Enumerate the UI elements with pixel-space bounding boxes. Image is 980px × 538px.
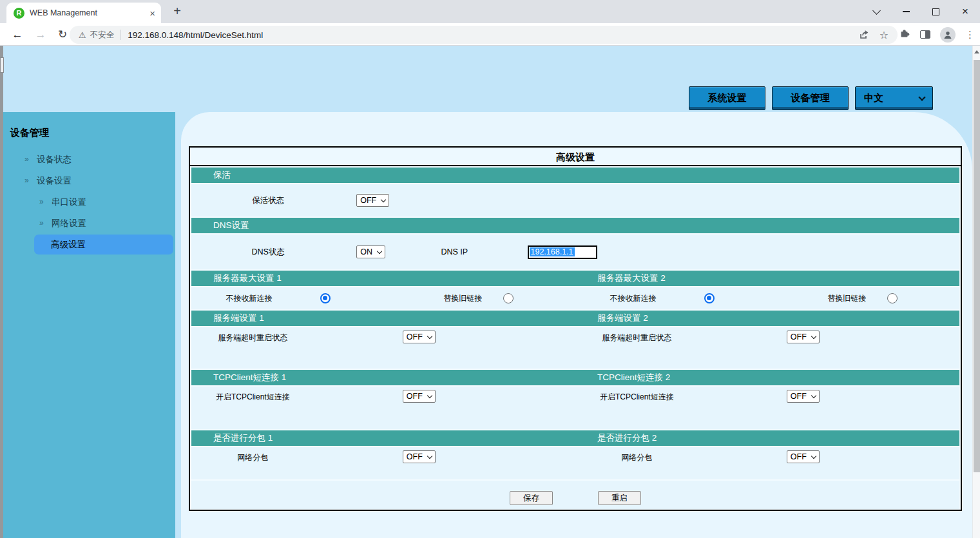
server1-timeout-select[interactable]: OFF	[403, 331, 436, 343]
keepalive-row: 保活状态 OFF	[191, 184, 959, 216]
replace-old-label: 替换旧链接	[809, 293, 885, 304]
server-max-row: 不接收新连接 替换旧链接 不接收新连接 替换旧链接	[191, 287, 959, 309]
item-arrow-icon: »	[39, 213, 44, 234]
browser-tab[interactable]: R WEB Management ×	[6, 3, 161, 23]
page-scrollbar[interactable]	[972, 46, 980, 538]
replace-old-label: 替换旧链接	[425, 293, 501, 304]
dns-status-select[interactable]: ON	[356, 245, 385, 258]
web-content: 系统设置 设备管理 中文 设备管理 » 设备状态 » 设备设置 » 串口设置 »…	[0, 46, 972, 538]
site-favicon-icon: R	[14, 8, 24, 19]
chevron-down-icon	[811, 333, 816, 338]
section-packet: 是否进行分包 1 是否进行分包 2	[191, 430, 959, 446]
dns-status-label: DNS状态	[191, 247, 345, 258]
chevron-down-icon	[381, 197, 386, 202]
system-settings-button[interactable]: 系统设置	[689, 86, 765, 110]
chevron-down-icon	[427, 453, 432, 458]
tcpclient-enable-label: 开启TCPClient短连接	[575, 390, 698, 403]
chevron-down-icon	[918, 93, 925, 101]
scrollbar-thumb[interactable]	[974, 60, 980, 472]
section-keepalive: 保活	[191, 168, 959, 183]
keepalive-status-label: 保活状态	[191, 195, 345, 206]
packet1-select[interactable]: OFF	[403, 450, 436, 463]
tab-search-icon[interactable]	[861, 0, 891, 23]
chevron-down-icon	[377, 248, 382, 253]
browser-menu-icon[interactable]: ⋮	[965, 29, 975, 41]
reload-icon[interactable]: ↻	[54, 26, 71, 43]
item-arrow-icon: »	[24, 170, 29, 191]
url-divider	[120, 30, 121, 40]
tab-close-icon[interactable]: ×	[144, 8, 161, 19]
window-maximize-button[interactable]	[921, 0, 950, 23]
chevron-down-icon	[427, 392, 432, 398]
window-close-button[interactable]: ×	[950, 0, 980, 23]
server1-replace-old-radio[interactable]	[503, 293, 514, 303]
section-tcpclient: TCPClient短连接 1 TCPClient短连接 2	[191, 370, 959, 385]
back-icon[interactable]: ←	[9, 26, 26, 43]
footer-actions: 保存 重启	[191, 481, 959, 509]
sidebar-item-serial-settings[interactable]: » 串口设置	[3, 191, 175, 213]
tcpclient-enable-label: 开启TCPClient短连接	[191, 390, 314, 403]
language-select[interactable]: 中文	[855, 86, 933, 110]
not-secure-warning-icon: ⚠	[79, 30, 86, 40]
dns-row: DNS状态 ON DNS IP 192.168.1.1	[191, 235, 959, 269]
save-button[interactable]: 保存	[510, 491, 553, 505]
reject-new-label: 不接收新连接	[191, 293, 307, 304]
sidebar-item-advanced-settings[interactable]: 高级设置	[34, 235, 173, 255]
scroll-up-icon[interactable]	[974, 50, 979, 53]
sidebar-item-network-settings[interactable]: » 网络设置	[3, 213, 175, 234]
reboot-button[interactable]: 重启	[598, 491, 641, 505]
side-panel-icon[interactable]	[920, 30, 930, 39]
bookmark-star-icon[interactable]: ☆	[879, 29, 889, 41]
dns-ip-label: DNS IP	[405, 247, 504, 256]
section-server-max: 服务器最大设置 1 服务器最大设置 2	[191, 271, 959, 286]
packet-row: 网络分包 OFF 网络分包 OFF	[191, 447, 959, 479]
packet-split-label: 网络分包	[191, 450, 314, 463]
profile-avatar[interactable]	[940, 27, 956, 43]
extensions-puzzle-icon[interactable]	[899, 28, 910, 42]
sidebar-item-device-status[interactable]: » 设备状态	[3, 149, 175, 170]
server1-reject-new-radio[interactable]	[320, 293, 331, 303]
browser-toolbar: ← → ↻ ⚠ 不安全 192.168.0.148/html/DeviceSet…	[0, 23, 980, 46]
sidebar-item-device-settings[interactable]: » 设备设置	[3, 170, 175, 191]
advanced-settings-table: 高级设置 保活 保活状态 OFF DNS设置 DNS状态 ON DNS IP 1…	[189, 146, 962, 511]
chevron-down-icon	[811, 392, 816, 398]
language-value: 中文	[864, 92, 883, 104]
new-tab-button[interactable]: +	[169, 3, 186, 20]
server-timeout-label: 服务端超时重启状态	[191, 331, 314, 343]
reject-new-label: 不接收新连接	[575, 293, 691, 304]
tab-title: WEB Management	[30, 8, 144, 17]
page-title: 高级设置	[190, 148, 961, 166]
security-label[interactable]: 不安全	[90, 30, 115, 41]
sidebar: 设备管理 » 设备状态 » 设备设置 » 串口设置 » 网络设置 高级设置	[3, 112, 175, 538]
tcpclient2-select[interactable]: OFF	[787, 390, 820, 403]
keepalive-status-select[interactable]: OFF	[356, 194, 389, 207]
forward-icon: →	[32, 26, 49, 43]
item-arrow-icon: »	[39, 191, 44, 213]
background-window-thumb	[0, 57, 4, 73]
packet2-select[interactable]: OFF	[787, 450, 820, 463]
window-minimize-button[interactable]	[891, 0, 921, 23]
chevron-down-icon	[427, 333, 432, 338]
server-timeout-label: 服务端超时重启状态	[575, 331, 698, 343]
section-server: 服务端设置 1 服务端设置 2	[191, 311, 959, 326]
sidebar-title: 设备管理	[3, 112, 175, 139]
server2-replace-old-radio[interactable]	[887, 293, 898, 303]
url-text[interactable]: 192.168.0.148/html/DeviceSet.html	[128, 30, 849, 40]
tcpclient-row: 开启TCPClient短连接 OFF 开启TCPClient短连接 OFF	[191, 387, 959, 429]
device-management-button[interactable]: 设备管理	[772, 86, 849, 110]
server2-reject-new-radio[interactable]	[704, 293, 715, 303]
chevron-down-icon	[811, 453, 816, 458]
share-icon[interactable]	[859, 30, 869, 40]
server-timeout-row: 服务端超时重启状态 OFF 服务端超时重启状态 OFF	[191, 327, 959, 369]
server2-timeout-select[interactable]: OFF	[787, 331, 820, 343]
dns-ip-value: 192.168.1.1	[530, 247, 575, 256]
tcpclient1-select[interactable]: OFF	[403, 390, 436, 403]
item-arrow-icon: »	[24, 149, 29, 170]
dns-ip-input[interactable]: 192.168.1.1	[528, 245, 597, 259]
section-dns: DNS设置	[191, 218, 959, 233]
browser-titlebar: R WEB Management × + ×	[0, 0, 980, 23]
packet-split-label: 网络分包	[575, 450, 698, 463]
address-bar[interactable]: ⚠ 不安全 192.168.0.148/html/DeviceSet.html …	[70, 26, 898, 44]
